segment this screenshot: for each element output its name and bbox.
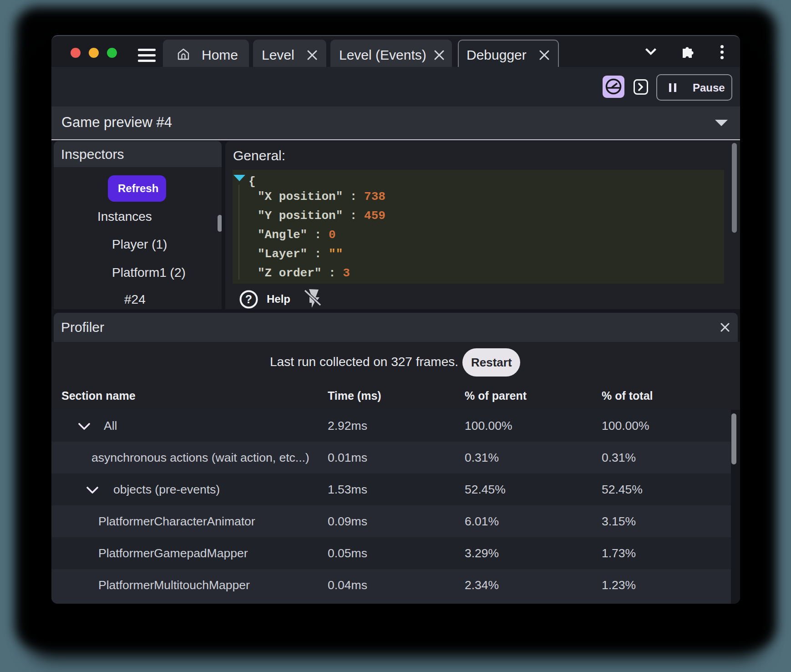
svg-text:?: ?	[245, 293, 252, 305]
